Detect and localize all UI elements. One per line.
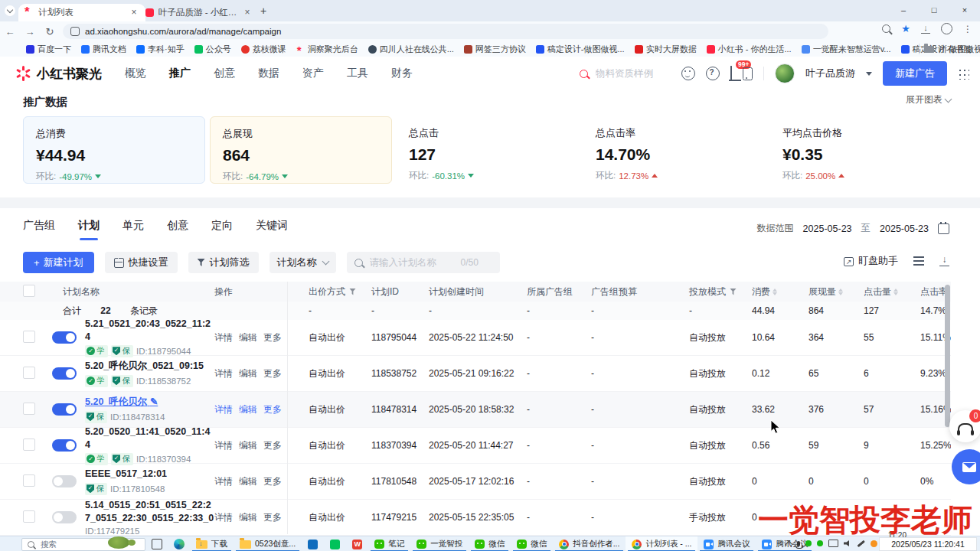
tab-ad-group[interactable]: 广告组 <box>23 219 55 240</box>
close-tab-icon[interactable] <box>242 8 253 18</box>
row-checkbox[interactable] <box>23 439 35 451</box>
col-header-impressions[interactable]: 展现量 <box>808 285 864 298</box>
edit-link[interactable]: 编辑 <box>239 439 257 452</box>
taskbar-item-wechat-1[interactable]: 微信 <box>469 536 511 551</box>
row-checkbox[interactable] <box>23 331 35 343</box>
taskbar-search-input[interactable] <box>39 539 111 549</box>
edge-icon[interactable] <box>174 539 185 549</box>
status-toggle[interactable] <box>52 367 77 380</box>
profile-icon[interactable] <box>941 23 952 34</box>
bookmark-item[interactable]: 百度一下 <box>26 44 71 55</box>
edit-link[interactable]: 编辑 <box>239 511 257 524</box>
stat-card-total-clicks[interactable]: 总点击 127 环比:-60.31% <box>397 116 579 184</box>
bookmark-item[interactable]: 腾讯文档 <box>81 44 126 55</box>
help-icon[interactable] <box>706 67 720 80</box>
downloads-icon[interactable] <box>921 24 930 34</box>
select-all-checkbox[interactable] <box>23 285 35 297</box>
more-link[interactable]: 更多 <box>263 331 282 344</box>
nav-assets[interactable]: 资产 <box>302 67 324 80</box>
more-link[interactable]: 更多 <box>263 439 282 452</box>
bookmark-item[interactable]: 公众号 <box>194 44 231 55</box>
col-header-cost[interactable]: 消费 <box>752 285 808 298</box>
col-header-mode[interactable]: 投放模式 <box>689 285 752 298</box>
reload-icon[interactable]: ↻ <box>40 26 60 37</box>
status-toggle[interactable] <box>52 439 77 452</box>
edit-link[interactable]: 编辑 <box>239 475 257 488</box>
detail-link[interactable]: 详情 <box>214 331 233 344</box>
browser-tab-active[interactable]: 计划列表 <box>18 4 145 21</box>
zoom-icon[interactable] <box>882 24 890 33</box>
browser-tab[interactable]: 叶子品质游 - 小红书搜索 <box>139 4 259 21</box>
more-link[interactable]: 更多 <box>263 403 282 416</box>
more-link[interactable]: 更多 <box>263 511 282 524</box>
browser-menu-icon[interactable] <box>963 24 972 34</box>
tab-search-icon[interactable] <box>5 5 15 16</box>
site-info-icon[interactable] <box>70 27 80 36</box>
col-header-bid[interactable]: 出价方式 <box>287 285 371 298</box>
bookmark-item[interactable]: 实时大屏数据 <box>635 44 697 55</box>
tab-targeting[interactable]: 定向 <box>211 219 233 240</box>
edit-link[interactable]: 编辑 <box>239 367 257 380</box>
taskbar-item-wechat-2[interactable]: 微信 <box>511 536 553 551</box>
material-search[interactable] <box>580 67 671 80</box>
edit-link[interactable]: 编辑 <box>239 403 257 416</box>
bookmark-item[interactable]: 一觉醒来智慧运营v... <box>802 44 891 55</box>
row-checkbox[interactable] <box>23 474 35 487</box>
task-view-icon[interactable] <box>152 539 162 549</box>
tray-green-icon[interactable] <box>817 540 823 546</box>
edit-link[interactable]: 编辑 <box>239 331 257 344</box>
plan-filter-button[interactable]: 计划筛选 <box>188 252 259 273</box>
nav-promotion[interactable]: 推广 <box>169 67 191 80</box>
bookmark-item[interactable]: 洞察聚光后台 <box>296 44 358 55</box>
date-end[interactable]: 2025-05-23 <box>880 223 929 234</box>
expand-chart-toggle[interactable]: 展开图表 <box>906 93 951 106</box>
vertical-scrollbar[interactable] <box>945 285 950 427</box>
status-toggle[interactable] <box>52 331 77 344</box>
plan-name[interactable]: 5.20_呼伦贝尔 ✎ <box>85 396 165 408</box>
more-link[interactable]: 更多 <box>263 367 282 380</box>
plan-name[interactable]: EEEE_0517_12:01 <box>85 468 167 480</box>
col-header-clicks[interactable]: 点击量 <box>864 285 920 298</box>
plan-name[interactable]: 5.14_0515_20:51_0515_22:27_0515_22:30_05… <box>85 499 214 524</box>
export-icon[interactable] <box>939 256 949 266</box>
row-checkbox[interactable] <box>23 510 35 523</box>
bookmark-item[interactable]: 荔枝微课 <box>241 44 286 55</box>
bookmark-star-icon[interactable] <box>901 23 910 34</box>
all-bookmarks-label[interactable]: 所有书签 <box>939 44 972 55</box>
bookmark-item[interactable]: 稿定设计-做图做视... <box>536 44 625 55</box>
nav-overview[interactable]: 概览 <box>125 67 146 80</box>
plan-name[interactable]: 5.21_0521_20:43_0522_11:24 <box>85 318 214 343</box>
stat-card-total-cost[interactable]: 总消费 ¥44.94 环比:-49.97% <box>23 116 205 184</box>
detail-link[interactable]: 详情 <box>214 403 233 416</box>
plan-search[interactable]: 0/50 <box>347 252 500 273</box>
status-toggle[interactable] <box>52 511 77 523</box>
stat-card-avg-cpc[interactable]: 平均点击价格 ¥0.35 环比:25.00% <box>770 116 952 184</box>
plan-name[interactable]: 5.20_呼伦贝尔_0521_09:15 <box>85 360 204 372</box>
new-plan-button[interactable]: +新建计划 <box>23 252 94 273</box>
tab-creative[interactable]: 创意 <box>167 219 188 240</box>
nav-creative[interactable]: 创意 <box>214 67 235 80</box>
tray-green-icon[interactable] <box>805 540 812 546</box>
apps-menu-icon[interactable] <box>958 68 969 80</box>
close-window-button[interactable] <box>949 0 980 20</box>
back-icon[interactable]: ← <box>0 26 20 37</box>
close-tab-icon[interactable] <box>129 8 139 18</box>
nav-tools[interactable]: 工具 <box>347 67 368 80</box>
calendar-icon[interactable] <box>938 223 949 234</box>
detail-link[interactable]: 详情 <box>214 475 233 488</box>
tab-keywords[interactable]: 关键词 <box>256 219 288 240</box>
windows-start-icon[interactable] <box>6 540 15 549</box>
bookmark-item[interactable]: 小红书 - 你的生活... <box>707 44 792 55</box>
bookmark-item[interactable]: 李科·知乎 <box>136 44 185 55</box>
nav-finance[interactable]: 财务 <box>391 67 413 80</box>
nav-data[interactable]: 数据 <box>258 67 279 80</box>
maximize-button[interactable] <box>919 0 949 20</box>
detail-link[interactable]: 详情 <box>214 367 233 380</box>
taskbar-item-store[interactable] <box>302 536 324 551</box>
tab-unit[interactable]: 单元 <box>122 219 144 240</box>
new-ad-button[interactable]: 新建广告 <box>883 61 947 86</box>
tray-expand-icon[interactable] <box>786 541 793 549</box>
plan-name[interactable]: 5.20_0520_11:41_0520_11:44 <box>85 425 214 451</box>
status-toggle[interactable] <box>52 475 77 487</box>
mobile-preview-icon[interactable] <box>743 67 753 80</box>
